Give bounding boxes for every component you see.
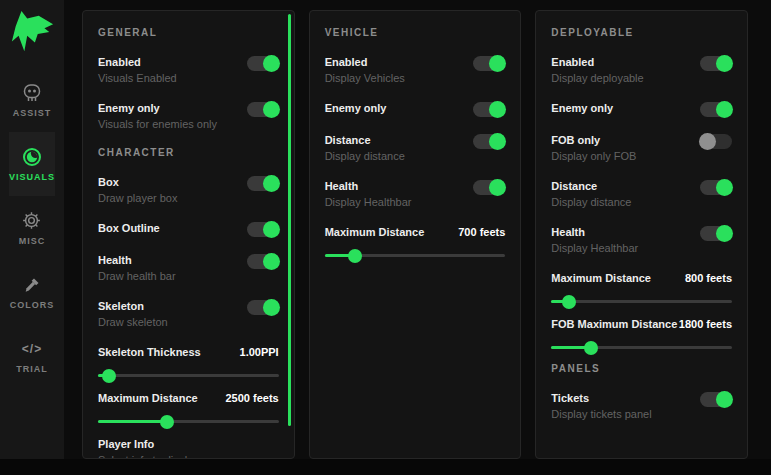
robot-icon	[21, 83, 43, 103]
section-header: PANELS	[551, 363, 732, 374]
setting-sublabel: Draw player box	[98, 191, 177, 205]
slider-track-maximum-distance[interactable]	[325, 254, 506, 257]
toggle-box-outline[interactable]	[247, 222, 279, 237]
setting-label: Health	[325, 179, 412, 193]
toggle-box[interactable]	[247, 176, 279, 191]
toggle-health[interactable]	[473, 180, 505, 195]
slider-knob[interactable]	[348, 249, 362, 263]
setting-label: Enemy only	[551, 101, 613, 115]
section-general: GENERALEnabledVisuals EnabledEnemy onlyV…	[98, 27, 279, 131]
slider-value: 1800 feets	[679, 318, 732, 330]
slider-track-maximum-distance[interactable]	[98, 420, 279, 423]
slider-track-maximum-distance[interactable]	[551, 300, 732, 303]
slider-knob[interactable]	[562, 295, 576, 309]
setting-sublabel: Display Vehicles	[325, 71, 405, 85]
setting-text: HealthDisplay Healthbar	[325, 179, 412, 209]
setting-label: Enemy only	[325, 101, 387, 115]
slider-row-skeleton-thickness: Skeleton Thickness1.00PPI	[98, 345, 279, 377]
setting-text: Enemy only	[325, 101, 387, 115]
slider-head: Maximum Distance800 feets	[551, 271, 732, 285]
toggle-tickets[interactable]	[700, 392, 732, 407]
slider-row-maximum-distance: Maximum Distance2500 feets	[98, 391, 279, 423]
setting-sublabel: Display distance	[325, 149, 405, 163]
slider-head: Maximum Distance700 feets	[325, 225, 506, 239]
slider-track-skeleton-thickness[interactable]	[98, 374, 279, 377]
eye-icon	[21, 147, 43, 167]
setting-text: Enemy only	[551, 101, 613, 115]
slider-track-fob-maximum-distance[interactable]	[551, 346, 732, 349]
slider-value: 800 feets	[685, 272, 732, 284]
toggle-knob	[716, 179, 733, 196]
slider-row-fob-maximum-distance: FOB Maximum Distance1800 feets	[551, 317, 732, 349]
settings-panels: GENERALEnabledVisuals EnabledEnemy onlyV…	[82, 10, 748, 459]
toggle-fob-only[interactable]	[700, 134, 732, 149]
toggle-skeleton[interactable]	[247, 300, 279, 315]
section-vehicle: VEHICLEEnabledDisplay VehiclesEnemy only…	[325, 27, 506, 257]
sidebar-item-assist[interactable]: ASSIST	[9, 68, 55, 132]
setting-label: Tickets	[551, 391, 651, 405]
setting-text: HealthDisplay Healthbar	[551, 225, 638, 255]
sidebar-item-trial[interactable]: </>TRIAL	[9, 324, 55, 388]
slider-value: 1.00PPI	[240, 346, 279, 358]
setting-row-box-outline: Box Outline	[98, 221, 279, 237]
sidebar-item-label: ASSIST	[13, 108, 52, 118]
sidebar-item-label: VISUALS	[9, 172, 55, 182]
toggle-knob	[716, 391, 733, 408]
sidebar-item-colors[interactable]: COLORS	[9, 260, 55, 324]
setting-sublabel: Display deployable	[551, 71, 643, 85]
setting-sublabel: Draw skeleton	[98, 315, 168, 329]
toggle-enemy-only[interactable]	[247, 102, 279, 117]
toggle-enemy-only[interactable]	[700, 102, 732, 117]
setting-sublabel: Display Healthbar	[325, 195, 412, 209]
section-header: VEHICLE	[325, 27, 506, 38]
setting-text: EnabledVisuals Enabled	[98, 55, 177, 85]
toggle-knob	[263, 101, 280, 118]
toggle-health[interactable]	[700, 226, 732, 241]
setting-text: FOB onlyDisplay only FOB	[551, 133, 636, 163]
setting-row-enabled: EnabledDisplay deployable	[551, 55, 732, 85]
sidebar-item-visuals[interactable]: VISUALS	[9, 132, 55, 196]
toggle-knob	[263, 299, 280, 316]
slider-knob[interactable]	[584, 341, 598, 355]
slider-head: Skeleton Thickness1.00PPI	[98, 345, 279, 359]
toggle-enabled[interactable]	[247, 56, 279, 71]
toggle-knob	[489, 55, 506, 72]
bottom-strip	[0, 459, 771, 475]
setting-sublabel: Visuals Enabled	[98, 71, 177, 85]
section-header: GENERAL	[98, 27, 279, 38]
setting-row-enemy-only: Enemy onlyVisuals for enemies only	[98, 101, 279, 131]
setting-text: Enemy onlyVisuals for enemies only	[98, 101, 217, 131]
setting-text: EnabledDisplay Vehicles	[325, 55, 405, 85]
toggle-enemy-only[interactable]	[473, 102, 505, 117]
toggle-health[interactable]	[247, 254, 279, 269]
toggle-distance[interactable]	[700, 180, 732, 195]
sidebar-item-misc[interactable]: MISC	[9, 196, 55, 260]
setting-label: Player Info	[98, 437, 279, 451]
toggle-knob	[489, 179, 506, 196]
code-icon: </>	[21, 339, 43, 359]
section-panels: PANELSTicketsDisplay tickets panel	[551, 363, 732, 421]
toggle-knob	[263, 253, 280, 270]
slider-knob[interactable]	[160, 415, 174, 429]
setting-row-enemy-only: Enemy only	[325, 101, 506, 117]
setting-row-skeleton: SkeletonDraw skeleton	[98, 299, 279, 329]
slider-label: FOB Maximum Distance	[551, 317, 677, 331]
select-row-player-info: Player InfoSelect info to display	[98, 437, 279, 459]
slider-knob[interactable]	[102, 369, 116, 383]
toggle-enabled[interactable]	[700, 56, 732, 71]
sidebar-item-label: TRIAL	[16, 364, 48, 374]
slider-row-maximum-distance: Maximum Distance800 feets	[551, 271, 732, 303]
panel-scrollbar[interactable]	[288, 14, 291, 426]
slider-row-maximum-distance: Maximum Distance700 feets	[325, 225, 506, 257]
gear-icon	[21, 211, 43, 231]
setting-text: TicketsDisplay tickets panel	[551, 391, 651, 421]
setting-text: SkeletonDraw skeleton	[98, 299, 168, 329]
setting-text: EnabledDisplay deployable	[551, 55, 643, 85]
toggle-knob	[699, 133, 716, 150]
setting-label: Enabled	[325, 55, 405, 69]
toggle-distance[interactable]	[473, 134, 505, 149]
section-character: CHARACTERBoxDraw player boxBox OutlineHe…	[98, 147, 279, 459]
eyedropper-icon	[21, 275, 43, 295]
toggle-enabled[interactable]	[473, 56, 505, 71]
wolf-logo-icon	[8, 8, 56, 54]
